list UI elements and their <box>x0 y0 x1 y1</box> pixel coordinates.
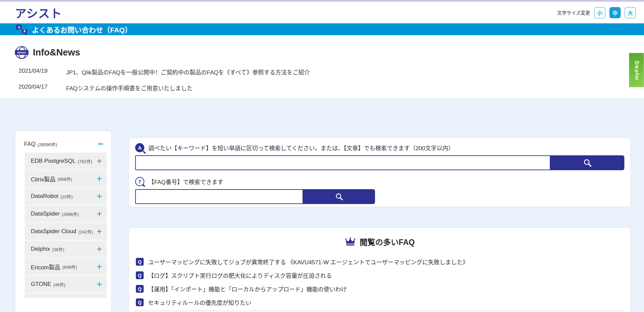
expand-icon[interactable]: + <box>97 174 102 183</box>
font-size-label: 文字サイズ変更 <box>557 9 590 16</box>
category-label: Ericom製品 <box>31 263 60 271</box>
faq-list-item[interactable]: Q 【ログ】スクリプト実行ログの肥大化によりディスク容量が圧迫される <box>136 271 624 280</box>
expand-icon[interactable]: + <box>97 262 102 271</box>
q-icon: Q <box>136 285 144 293</box>
popular-faq-list: Q ユーザーマッピングに失敗してジョブが異常終了する 《KAVU4571-W エ… <box>136 258 624 307</box>
category-label: Delphix <box>31 246 50 252</box>
sidebar-root-label: FAQ <box>24 141 36 148</box>
category-sidebar: FAQ (26590件) − EDB PostgreSQL (782件) + C… <box>15 131 112 312</box>
font-size-medium-button[interactable]: 中 <box>609 7 621 18</box>
myfaq-tab[interactable]: myFAQ <box>629 53 644 87</box>
news-text[interactable]: FAQシステムの操作手順書をご用意いたしました <box>66 84 193 92</box>
keyword-search-hint: 調べたい【キーワード】を短い単語に区切って検索してください。または、【文章】でも… <box>148 143 454 152</box>
faq-list-item[interactable]: Q 【運用】「インポート」機能と「ローカルからアップロード」機能の使いわけ <box>136 285 624 293</box>
search-icon <box>583 158 592 168</box>
font-size-large-button[interactable]: 大 <box>625 7 636 18</box>
faq-item-text[interactable]: ユーザーマッピングに失敗してジョブが異常終了する 《KAVU4571-W エージ… <box>148 258 468 266</box>
faq-list-item[interactable]: Q ユーザーマッピングに失敗してジョブが異常終了する 《KAVU4571-W エ… <box>136 258 624 266</box>
sidebar-item-dataspider-cloud[interactable]: DataSpider Cloud (242件) + <box>25 223 107 241</box>
q-icon: Q <box>136 298 144 306</box>
faq-list-item[interactable]: Q セキュリティルールの優先度が知りたい <box>136 298 624 307</box>
faq-number-input[interactable] <box>135 189 303 204</box>
sidebar-item-datarobot[interactable]: DataRobot (10件) + <box>25 188 107 205</box>
company-logo[interactable]: アシスト <box>15 4 62 21</box>
expand-icon[interactable]: + <box>97 245 102 254</box>
category-count: (10件) <box>60 193 72 200</box>
search-icon <box>335 193 344 201</box>
crown-icon <box>345 237 356 246</box>
category-label: EDB PostgreSQL <box>31 158 76 164</box>
keyword-search-row <box>135 155 624 170</box>
popular-faq-header: 閲覧の多いFAQ <box>129 236 630 247</box>
search-panel: A 調べたい【キーワード】を短い単語に区切って検索してください。または、【文章】… <box>129 137 631 207</box>
font-size-controls: 文字サイズ変更 小 中 大 <box>557 7 636 18</box>
category-count: (968件) <box>58 176 72 182</box>
category-count: (38件) <box>52 246 64 252</box>
category-count: (2996件) <box>62 211 79 217</box>
sidebar-item-delphix[interactable]: Delphix (38件) + <box>25 241 107 258</box>
category-label: DataSpider <box>31 210 60 217</box>
sidebar-item-gtone[interactable]: GTONE (46件) + <box>25 276 107 293</box>
sidebar-item-clipped[interactable] <box>25 293 107 298</box>
page-title-banner: Q A よくあるお問い合わせ（FAQ） <box>0 23 644 35</box>
category-label: DataSpider Cloud <box>31 228 76 235</box>
category-count: (242件) <box>78 228 93 235</box>
font-size-small-button[interactable]: 小 <box>594 7 605 18</box>
faq-number-search-button[interactable] <box>303 189 375 204</box>
expand-icon[interactable]: + <box>97 157 102 166</box>
faq-number-hint-row: 7 【FAQ番号】で検索できます <box>135 177 624 186</box>
faq-item-text[interactable]: セキュリティルールの優先度が知りたい <box>148 298 251 307</box>
keyword-search-button[interactable] <box>550 155 624 170</box>
list-divider <box>134 311 625 311</box>
category-label: GTONE <box>31 281 51 288</box>
keyword-search-hint-row: A 調べたい【キーワード】を短い単語に区切って検索してください。または、【文章】… <box>135 143 624 152</box>
keyword-search-icon: A <box>135 143 144 152</box>
expand-icon[interactable]: + <box>97 227 102 236</box>
a-bubble-icon: A <box>21 29 28 34</box>
info-news-header: NEWS Info&News <box>15 46 644 59</box>
news-item[interactable]: 2021/04/19 JP1、Qlik製品のFAQを一般公開中！ご契約中の製品の… <box>19 68 644 76</box>
category-label: Citrix製品 <box>31 175 56 183</box>
category-count: (782件) <box>78 158 92 164</box>
category-count: (846件) <box>62 264 77 270</box>
keyword-search-input[interactable] <box>135 155 550 170</box>
sidebar-item-edb-postgresql[interactable]: EDB PostgreSQL (782件) + <box>25 153 107 170</box>
faq-item-text[interactable]: 【運用】「インポート」機能と「ローカルからアップロード」機能の使いわけ <box>148 285 347 293</box>
expand-icon[interactable]: + <box>97 280 102 289</box>
header: アシスト 文字サイズ変更 小 中 大 <box>0 2 644 23</box>
sidebar-root-count: (26590件) <box>38 141 57 148</box>
faq-number-search-icon: 7 <box>135 177 144 186</box>
sidebar-item-ericom[interactable]: Ericom製品 (846件) + <box>25 258 107 276</box>
news-text[interactable]: JP1、Qlik製品のFAQを一般公開中！ご契約中の製品のFAQを《すべて》参照… <box>66 68 310 76</box>
page-title: よくあるお問い合わせ（FAQ） <box>32 24 132 35</box>
category-label: DataRobot <box>31 193 58 200</box>
info-news-section: NEWS Info&News 2021/04/19 JP1、Qlik製品のFAQ… <box>0 35 644 98</box>
q-bubble-icon: Q <box>16 25 22 29</box>
q-icon: Q <box>136 258 144 266</box>
news-item[interactable]: 2020/04/17 FAQシステムの操作手順書をご用意いたしました <box>19 84 644 92</box>
faq-item-text[interactable]: 【ログ】スクリプト実行ログの肥大化によりディスク容量が圧迫される <box>148 271 332 280</box>
expand-icon[interactable]: + <box>97 209 102 219</box>
news-globe-label: NEWS <box>15 50 28 55</box>
news-date: 2020/04/17 <box>19 84 57 92</box>
faq-number-hint: 【FAQ番号】で検索できます <box>148 177 223 186</box>
sidebar-category-list: EDB PostgreSQL (782件) + Citrix製品 (968件) … <box>25 153 107 298</box>
q-icon: Q <box>136 271 144 279</box>
sidebar-item-faq-root[interactable]: FAQ (26590件) − <box>20 136 107 153</box>
collapse-icon[interactable]: − <box>98 139 103 149</box>
category-count: (46件) <box>53 281 65 288</box>
popular-faq-title: 閲覧の多いFAQ <box>360 236 415 247</box>
page: アシスト 文字サイズ変更 小 中 大 Q A よくあるお問い合わせ（FAQ） N… <box>0 0 644 312</box>
news-list: 2021/04/19 JP1、Qlik製品のFAQを一般公開中！ご契約中の製品の… <box>19 68 644 92</box>
faq-number-search-row <box>135 189 381 204</box>
news-globe-icon: NEWS <box>15 46 28 59</box>
expand-icon[interactable]: + <box>97 192 102 201</box>
popular-faq-panel: 閲覧の多いFAQ Q ユーザーマッピングに失敗してジョブが異常終了する 《KAV… <box>129 227 631 312</box>
sidebar-item-citrix[interactable]: Citrix製品 (968件) + <box>25 170 107 188</box>
news-date: 2021/04/19 <box>19 68 57 76</box>
sidebar-item-dataspider[interactable]: DataSpider (2996件) + <box>25 205 107 223</box>
faq-bubbles-icon: Q A <box>16 25 28 34</box>
info-news-title: Info&News <box>33 47 80 58</box>
